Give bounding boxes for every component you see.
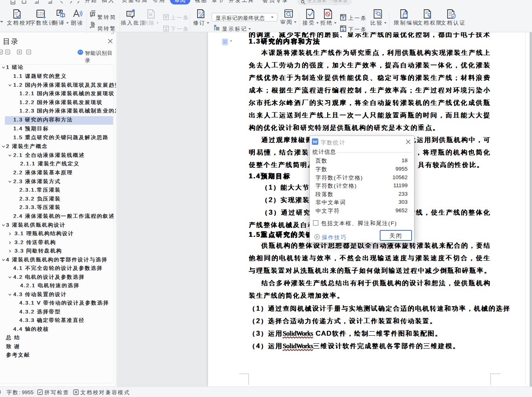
svg-text:123: 123	[36, 11, 44, 16]
